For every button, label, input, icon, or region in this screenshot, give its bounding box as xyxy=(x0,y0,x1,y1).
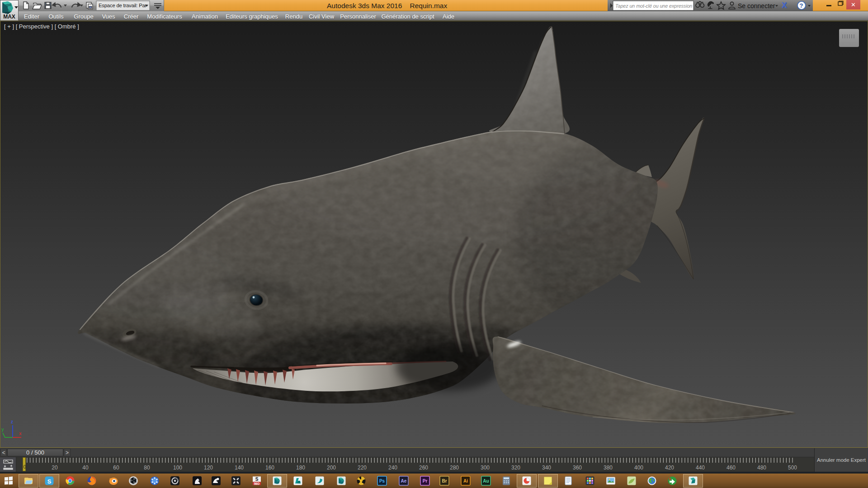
svg-text:x: x xyxy=(19,431,22,436)
svg-text:Ai: Ai xyxy=(463,479,468,483)
svg-text:Au: Au xyxy=(483,479,489,483)
svg-text:5BD: 5BD xyxy=(254,482,259,485)
svg-text:?: ? xyxy=(800,2,803,9)
svg-text:Tapez un mot-clé ou une expres: Tapez un mot-clé ou une expression xyxy=(615,3,692,9)
svg-text:Br: Br xyxy=(442,479,447,483)
svg-text:Ps: Ps xyxy=(379,479,385,483)
svg-text:Pr: Pr xyxy=(423,479,428,483)
svg-text:Espace de travail: Par: Espace de travail: Par xyxy=(99,3,147,8)
svg-text:z: z xyxy=(11,419,13,424)
svg-text:S: S xyxy=(255,477,259,482)
svg-text:Se connecter: Se connecter xyxy=(738,2,775,9)
svg-text:Ae: Ae xyxy=(401,479,407,483)
svg-text:X: X xyxy=(782,1,787,9)
svg-text:S: S xyxy=(47,478,52,485)
svg-text:y: y xyxy=(1,427,4,432)
